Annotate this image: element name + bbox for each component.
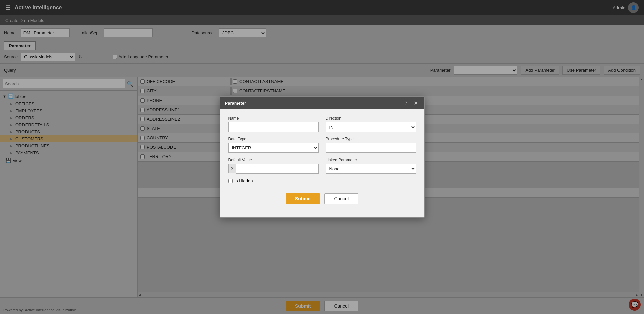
modal-row-3: Default Value Σ Linked Parameter None <box>228 158 416 174</box>
modal-defaultvalue-input[interactable] <box>236 164 319 174</box>
modal-row-1: Name Direction IN OUT INOUT <box>228 116 416 132</box>
modal-header: Parameter ? ✕ <box>220 97 424 109</box>
modal-proceduretype-label: Procedure Type <box>326 137 416 141</box>
modal-body: Name Direction IN OUT INOUT Data Type <box>220 109 424 217</box>
modal-header-actions: ? ✕ <box>403 99 419 107</box>
modal-defaultvalue-label: Default Value <box>228 158 319 162</box>
modal-cancel-button[interactable]: Cancel <box>324 193 358 204</box>
modal-help-icon[interactable]: ? <box>403 99 409 107</box>
modal-title: Parameter <box>225 101 246 106</box>
modal-ishidden-checkbox[interactable] <box>228 179 233 183</box>
modal-name-field: Name <box>228 116 319 132</box>
modal-name-input[interactable] <box>228 122 319 132</box>
modal-close-icon[interactable]: ✕ <box>412 99 419 107</box>
modal-proceduretype-input[interactable] <box>326 143 416 153</box>
modal-proceduretype-field: Procedure Type <box>326 137 416 153</box>
modal-overlay: Parameter ? ✕ Name Direction IN OUT <box>0 0 644 314</box>
modal-direction-select[interactable]: IN OUT INOUT <box>326 122 416 132</box>
modal-linkedparam-select[interactable]: None <box>326 164 416 174</box>
modal-defaultvalue-field: Default Value Σ <box>228 158 319 174</box>
modal-linkedparam-label: Linked Parameter <box>326 158 416 162</box>
modal-linkedparam-field: Linked Parameter None <box>326 158 416 174</box>
modal-ishidden-row: Is Hidden <box>228 178 416 183</box>
modal-ishidden-label: Is Hidden <box>235 178 253 183</box>
sigma-icon: Σ <box>228 164 236 173</box>
modal-datatype-select[interactable]: INTEGER VARCHAR DATE DECIMAL BOOLEAN <box>228 143 319 153</box>
modal-footer: Submit Cancel <box>228 188 416 211</box>
modal-row-2: Data Type INTEGER VARCHAR DATE DECIMAL B… <box>228 137 416 153</box>
default-value-row: Σ <box>228 164 319 174</box>
modal-name-label: Name <box>228 116 319 121</box>
modal-direction-field: Direction IN OUT INOUT <box>326 116 416 132</box>
modal-dialog: Parameter ? ✕ Name Direction IN OUT <box>220 96 425 218</box>
modal-datatype-field: Data Type INTEGER VARCHAR DATE DECIMAL B… <box>228 137 319 153</box>
modal-datatype-label: Data Type <box>228 137 319 141</box>
modal-direction-label: Direction <box>326 116 416 121</box>
modal-submit-button[interactable]: Submit <box>286 193 320 204</box>
